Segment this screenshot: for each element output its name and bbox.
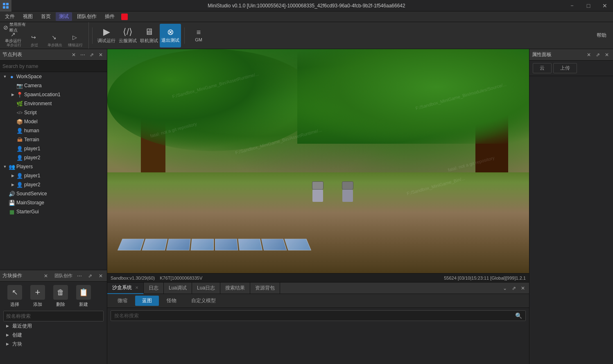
right-panel-pop[interactable]: ⇗ bbox=[594, 51, 602, 59]
maximize-button[interactable]: □ bbox=[580, 0, 597, 11]
node-list-expand[interactable]: ⋯ bbox=[79, 51, 86, 59]
node-player2-ws[interactable]: 👤 player2 bbox=[0, 153, 107, 162]
toolbar: ⊘ 禁用所有断点 ↗ 单步运行 ↪ ↘ ▷ 单 bbox=[0, 22, 613, 49]
right-panel-close[interactable]: ✕ bbox=[603, 51, 611, 59]
block-ops-toolbar: ↖ 选择 + 添加 🗑 删除 📋 新建 bbox=[0, 282, 107, 311]
cat-block[interactable]: 方块 bbox=[0, 339, 107, 348]
node-human[interactable]: 👤 human bbox=[0, 126, 107, 135]
node-spawn[interactable]: 📍 SpawnLocation1 bbox=[0, 90, 107, 99]
p1-arrow[interactable] bbox=[10, 173, 15, 178]
tab-log[interactable]: 日志 bbox=[144, 283, 164, 294]
char-body-right bbox=[342, 190, 353, 202]
cloud-test-button[interactable]: ⟨/⟩ 云服测试 bbox=[117, 24, 138, 47]
spawn-arrow[interactable] bbox=[10, 92, 15, 97]
viewport-status-bar: Sandbox:v1.30/29(60) K76T[10000068335V 5… bbox=[107, 273, 529, 282]
node-list-header: 节点列表 ✕ ⋯ ⇗ ✕ bbox=[0, 49, 107, 61]
menu-file[interactable]: 文件 bbox=[2, 12, 18, 21]
node-player2[interactable]: 👤 player2 bbox=[0, 180, 107, 189]
node-script[interactable]: </> Script bbox=[0, 108, 107, 117]
block-ops-team[interactable]: 团队创作 bbox=[54, 273, 72, 279]
node-mainstorage[interactable]: 💾 MainStorage bbox=[0, 198, 107, 207]
right-tab-upload[interactable]: 上传 bbox=[553, 63, 577, 73]
disable-breakpoints-button[interactable]: ⊘ 禁用所有断点 bbox=[3, 23, 28, 32]
right-panel-header: 属性面板 ✕ ⇗ ✕ bbox=[529, 49, 613, 61]
single-step-button[interactable]: ↘ bbox=[44, 33, 64, 42]
tab-lua-debug[interactable]: Lua调试 bbox=[164, 283, 192, 294]
menu-plugin[interactable]: 插件 bbox=[102, 12, 118, 21]
exit-test-button[interactable]: ⊗ 退出测试 bbox=[160, 24, 181, 47]
node-player1[interactable]: 👤 player1 bbox=[0, 171, 107, 180]
subtab-monster[interactable]: 怪物 bbox=[160, 296, 183, 306]
game-view[interactable]: F:/Sandbox_MiniGame_Bin/AssetRuntime/...… bbox=[107, 49, 529, 273]
block-ops-close-icon[interactable]: ✕ bbox=[42, 272, 50, 280]
block-search-input[interactable] bbox=[6, 313, 101, 319]
menu-home[interactable]: 首页 bbox=[38, 12, 54, 21]
center-area: F:/Sandbox_MiniGame_Bin/AssetRuntime/...… bbox=[107, 49, 529, 364]
select-button[interactable]: ↖ 选择 bbox=[5, 285, 25, 307]
node-model[interactable]: 📦 Model bbox=[0, 117, 107, 126]
record-button[interactable] bbox=[121, 14, 128, 20]
menu-test[interactable]: 测试 bbox=[56, 12, 72, 21]
menu-team[interactable]: 团队创作 bbox=[74, 12, 100, 21]
tile-6 bbox=[238, 239, 262, 251]
node-players[interactable]: 👥 Players bbox=[0, 162, 107, 171]
subtab-blueprint[interactable]: 蓝图 bbox=[135, 296, 159, 306]
node-player1-ws[interactable]: 👤 player1 bbox=[0, 144, 107, 153]
bottom-close-icon[interactable]: ✕ bbox=[519, 285, 527, 292]
bottom-search-box: 🔍 bbox=[111, 310, 526, 321]
cat-recent[interactable]: 最近使用 bbox=[0, 321, 107, 330]
tab-sandbox-close[interactable]: ✕ bbox=[135, 285, 138, 290]
subtab-custom-model[interactable]: 自定义模型 bbox=[184, 296, 223, 306]
bottom-pop-icon[interactable]: ⇗ bbox=[510, 285, 518, 292]
debug-run-button[interactable]: ▶ 调试运行 bbox=[96, 24, 117, 47]
foliage-left bbox=[107, 49, 318, 151]
cat-create[interactable]: 创建 bbox=[0, 330, 107, 339]
model-arrow bbox=[10, 119, 15, 124]
cat-block-arrow[interactable] bbox=[5, 341, 10, 346]
single-run-button[interactable]: ↗ 单步运行 bbox=[3, 33, 23, 42]
tab-sandbox[interactable]: 沙盒系统 ✕ bbox=[107, 283, 144, 294]
delete-button[interactable]: 🗑 删除 bbox=[51, 285, 70, 307]
tab-resource-bag[interactable]: 资源背包 bbox=[250, 283, 280, 294]
tile-5 bbox=[215, 239, 238, 251]
cat-create-arrow[interactable] bbox=[5, 332, 10, 337]
cat-recent-arrow[interactable] bbox=[5, 323, 10, 328]
minimize-button[interactable]: － bbox=[564, 0, 580, 11]
node-soundservice[interactable]: 🔊 SoundService bbox=[0, 189, 107, 198]
node-list-pop[interactable]: ⇗ bbox=[88, 51, 95, 59]
node-terrain[interactable]: 🏔 Terrain bbox=[0, 135, 107, 144]
players-label: Players bbox=[16, 164, 33, 170]
bottom-collapse-icon[interactable]: ⌄ bbox=[501, 285, 509, 292]
right-tab-cloud[interactable]: 云 bbox=[533, 63, 552, 73]
block-ops-x[interactable]: ✕ bbox=[97, 272, 104, 280]
node-startergui[interactable]: ▦ StarterGui bbox=[0, 207, 107, 216]
local-test-button[interactable]: 🖥 联机测试 bbox=[138, 24, 160, 47]
delete-icon: 🗑 bbox=[53, 285, 68, 300]
step-over-button[interactable]: ↪ bbox=[24, 33, 43, 42]
node-list-collapse[interactable]: ✕ bbox=[97, 51, 104, 59]
add-button[interactable]: + 添加 bbox=[28, 285, 48, 307]
right-panel-expand[interactable]: ✕ bbox=[585, 51, 593, 59]
bottom-search-input[interactable] bbox=[114, 313, 515, 319]
workspace-arrow[interactable] bbox=[2, 74, 7, 79]
gm-button[interactable]: ≡ GM bbox=[188, 24, 209, 47]
help-label[interactable]: 帮助 bbox=[593, 30, 610, 41]
players-arrow[interactable] bbox=[2, 164, 7, 169]
node-camera[interactable]: 📷 Camera bbox=[0, 81, 107, 90]
title-bar: MiniStudio v0.1.0 [Uin:1000055624]-10000… bbox=[0, 0, 613, 11]
node-environment[interactable]: 🌿 Environment bbox=[0, 99, 107, 108]
p2-arrow[interactable] bbox=[10, 182, 15, 187]
continue-run-button[interactable]: ▷ bbox=[65, 33, 84, 42]
debug-run-icon: ▶ bbox=[103, 27, 110, 36]
tab-search-result[interactable]: 搜索结果 bbox=[220, 283, 250, 294]
close-button[interactable]: ✕ bbox=[597, 0, 613, 11]
node-search-input[interactable] bbox=[2, 63, 104, 69]
block-ops-pop[interactable]: ⇗ bbox=[86, 272, 94, 280]
menu-view[interactable]: 视图 bbox=[20, 12, 36, 21]
new-button[interactable]: 📋 新建 bbox=[74, 285, 93, 307]
tab-lua-log[interactable]: Lua日志 bbox=[192, 283, 220, 294]
block-ops-expand[interactable]: ⋯ bbox=[76, 272, 83, 280]
subtab-miniature[interactable]: 微缩 bbox=[111, 296, 134, 306]
node-workspace[interactable]: ● WorkSpace bbox=[0, 72, 107, 81]
node-list-close[interactable]: ✕ bbox=[70, 51, 77, 59]
